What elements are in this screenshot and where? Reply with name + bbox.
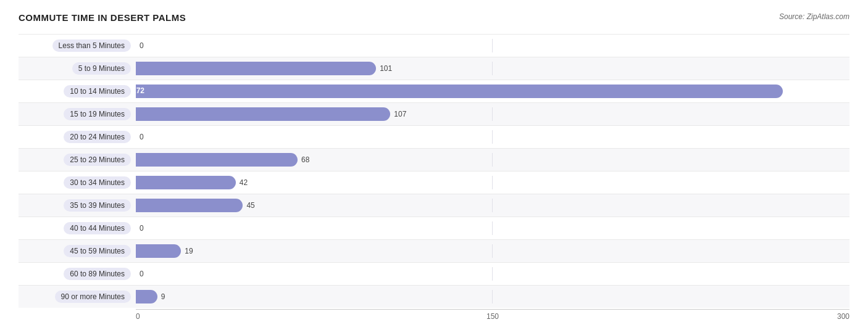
bar-row: 60 to 89 Minutes0 (19, 262, 849, 285)
bar-value-inside: 272 (132, 86, 144, 95)
bar-row: 25 to 29 Minutes68 (19, 148, 849, 171)
bar-row: 30 to 34 Minutes42 (19, 171, 849, 194)
bar-track: 0 (136, 130, 849, 144)
bar-fill (136, 244, 181, 258)
bar-fill (136, 176, 236, 189)
x-axis: 0150300 (136, 309, 849, 321)
bar-value: 0 (140, 224, 144, 233)
bar-fill (136, 199, 243, 212)
bar-value: 0 (140, 133, 144, 141)
bar-label: 40 to 44 Minutes (19, 222, 136, 234)
bar-row: 45 to 59 Minutes19 (19, 239, 849, 262)
bar-value: 45 (246, 201, 254, 210)
bar-row: 35 to 39 Minutes45 (19, 194, 849, 217)
bar-label: 20 to 24 Minutes (19, 131, 136, 143)
bar-track: 0 (136, 39, 849, 52)
bar-row: 10 to 14 Minutes272 (19, 80, 849, 102)
bar-value: 9 (161, 292, 165, 301)
bar-track: 68 (136, 153, 849, 167)
bar-fill (136, 62, 376, 75)
bar-value: 107 (394, 110, 406, 118)
bar-label: 25 to 29 Minutes (19, 154, 136, 166)
bar-fill: 272 (136, 85, 783, 98)
bar-track: 272 (136, 85, 849, 98)
bar-value: 19 (185, 247, 193, 255)
bar-fill (136, 107, 390, 121)
bar-row: 90 or more Minutes9 (19, 285, 849, 308)
bar-value: 0 (140, 270, 144, 278)
x-axis-tick: 0 (136, 312, 140, 321)
bar-label: 90 or more Minutes (19, 291, 136, 303)
bar-value: 0 (140, 41, 144, 50)
bar-value: 68 (301, 155, 309, 164)
bar-track: 107 (136, 107, 849, 121)
bar-value: 101 (380, 64, 392, 73)
bar-row: 15 to 19 Minutes107 (19, 102, 849, 125)
bar-fill (136, 290, 157, 303)
bar-row: Less than 5 Minutes0 (19, 34, 849, 57)
x-axis-tick: 300 (837, 312, 849, 321)
bar-label: 30 to 34 Minutes (19, 176, 136, 189)
bar-row: 40 to 44 Minutes0 (19, 217, 849, 239)
bar-label: 60 to 89 Minutes (19, 268, 136, 280)
chart-title: COMMUTE TIME IN DESERT PALMS (19, 12, 186, 23)
bar-label: Less than 5 Minutes (19, 39, 136, 52)
bar-label: 10 to 14 Minutes (19, 85, 136, 97)
bar-row: 20 to 24 Minutes0 (19, 125, 849, 148)
x-axis-tick: 150 (486, 312, 499, 321)
chart-area: Less than 5 Minutes05 to 9 Minutes10110 … (19, 34, 849, 308)
bar-track: 101 (136, 62, 849, 75)
bar-label: 35 to 39 Minutes (19, 199, 136, 212)
bar-label: 45 to 59 Minutes (19, 245, 136, 257)
bar-track: 0 (136, 221, 849, 235)
bar-track: 45 (136, 199, 849, 212)
bar-fill (136, 153, 298, 167)
bar-label: 5 to 9 Minutes (19, 62, 136, 75)
bar-value: 42 (240, 178, 248, 187)
source-label: Source: ZipAtlas.com (779, 12, 849, 21)
bar-track: 19 (136, 244, 849, 258)
bar-track: 42 (136, 176, 849, 189)
bar-row: 5 to 9 Minutes101 (19, 57, 849, 80)
bar-label: 15 to 19 Minutes (19, 108, 136, 120)
bar-track: 9 (136, 290, 849, 303)
bar-track: 0 (136, 267, 849, 281)
